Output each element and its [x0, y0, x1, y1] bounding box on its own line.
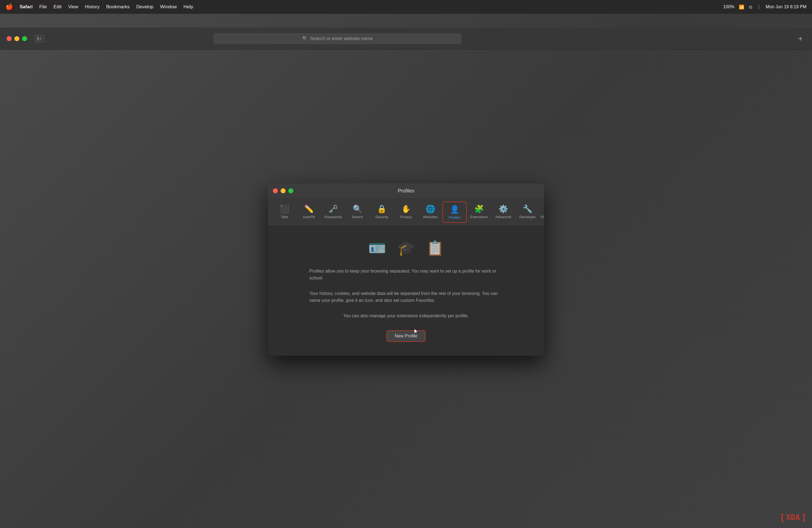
tab-developer-label: Developer	[519, 215, 536, 219]
tab-advanced[interactable]: ⚙️ Advanced	[491, 202, 516, 223]
advanced-icon: ⚙️	[498, 204, 508, 214]
menu-view[interactable]: View	[68, 4, 78, 10]
profile-icon-work: 📋	[426, 240, 444, 256]
dialog-traffic-lights	[273, 188, 293, 193]
tab-profiles[interactable]: 👤 Profiles	[443, 202, 467, 223]
tab-developer[interactable]: 🔧 Developer	[516, 202, 540, 223]
battery-status: 100%	[723, 4, 735, 10]
menu-history[interactable]: History	[85, 4, 100, 10]
profiles-desc-1: Profiles allow you to keep your browsing…	[309, 268, 503, 282]
tab-security[interactable]: 🔒 Security	[369, 202, 394, 223]
tab-privacy[interactable]: ✋ Privacy	[394, 202, 418, 223]
menu-safari[interactable]: Safari	[19, 4, 33, 10]
profiles-desc-3: You can also manage your extensions inde…	[343, 312, 469, 320]
tab-feature-flags[interactable]: 🚩 Feature Flags	[540, 202, 544, 223]
dialog-titlebar: Profiles	[268, 184, 544, 199]
airplay-icon: ⊙	[749, 4, 752, 10]
tab-passwords-label: Passwords	[324, 215, 342, 219]
dialog-toolbar: ⚙️ General ⬛ Tabs ✏️ AutoFill 🗝️ Passwor…	[268, 199, 544, 226]
wifi-icon: 📶	[739, 4, 744, 10]
profile-icon-education: 🎓	[397, 240, 415, 256]
tab-security-label: Security	[375, 215, 388, 219]
tab-general[interactable]: ⚙️ General	[268, 202, 272, 223]
menu-bookmarks[interactable]: Bookmarks	[106, 4, 130, 10]
tab-feature-flags-label: Feature Flags	[541, 215, 544, 219]
dialog-close-button[interactable]	[273, 188, 278, 193]
tab-search-label: Search	[352, 215, 363, 219]
tab-tabs[interactable]: ⬛ Tabs	[272, 202, 296, 223]
menu-edit[interactable]: Edit	[54, 4, 62, 10]
dialog-overlay: Profiles ⚙️ General ⬛ Tabs ✏️ AutoFill 🗝…	[0, 28, 812, 528]
menu-window[interactable]: Window	[160, 4, 177, 10]
autofill-icon: ✏️	[304, 204, 314, 214]
menu-file[interactable]: File	[39, 4, 47, 10]
developer-icon: 🔧	[523, 204, 533, 214]
menu-bar-left: 🍎 Safari File Edit View History Bookmark…	[5, 3, 193, 11]
tab-search[interactable]: 🔍 Search	[345, 202, 369, 223]
security-icon: 🔒	[377, 204, 387, 214]
tab-tabs-label: Tabs	[280, 215, 288, 219]
privacy-icon: ✋	[401, 204, 411, 214]
search-icon: 🔍	[353, 204, 362, 214]
tab-autofill-label: AutoFill	[303, 215, 315, 219]
tab-websites-label: Websites	[423, 215, 437, 219]
passwords-icon: 🗝️	[329, 204, 338, 214]
tab-privacy-label: Privacy	[400, 215, 412, 219]
dialog-minimize-button[interactable]	[280, 188, 286, 193]
profile-icon-person: 🪪	[368, 240, 386, 256]
datetime-display: Mon Jun 19 8:19 PM	[766, 4, 807, 10]
tab-passwords[interactable]: 🗝️ Passwords	[321, 202, 345, 223]
tabs-icon: ⬛	[280, 204, 289, 214]
tab-extensions[interactable]: 🧩 Extensions	[467, 202, 491, 223]
dialog-title: Profiles	[398, 188, 414, 194]
tab-advanced-label: Advanced	[495, 215, 511, 219]
menu-develop[interactable]: Develop	[136, 4, 153, 10]
preferences-dialog: Profiles ⚙️ General ⬛ Tabs ✏️ AutoFill 🗝…	[268, 184, 544, 356]
tab-extensions-label: Extensions	[470, 215, 488, 219]
xda-logo: [ XDA ]	[780, 512, 807, 523]
menu-bar: 🍎 Safari File Edit View History Bookmark…	[0, 0, 812, 14]
extensions-icon: 🧩	[474, 204, 484, 214]
tab-profiles-label: Profiles	[449, 216, 460, 220]
new-profile-button[interactable]: New Profile	[387, 330, 425, 342]
menu-bar-right: 100% 📶 ⊙ ⋮ Mon Jun 19 8:19 PM	[723, 4, 807, 10]
profile-icons-row: 🪪 🎓 📋	[368, 240, 444, 256]
profiles-icon: 👤	[450, 205, 460, 214]
dialog-content: 🪪 🎓 📋 Profiles allow you to keep your br…	[268, 226, 544, 356]
websites-icon: 🌐	[425, 204, 435, 214]
browser-background: 🔍 Search or enter website name + Profile…	[0, 14, 812, 528]
xda-bracket-right: ]	[801, 512, 807, 523]
xda-text: XDA	[786, 513, 800, 522]
menu-help[interactable]: Help	[184, 4, 193, 10]
profiles-desc-2: Your history, cookies, and website data …	[309, 290, 503, 304]
controlcenter-icon: ⋮	[757, 4, 761, 10]
apple-menu[interactable]: 🍎	[5, 3, 13, 11]
xda-bracket-left: [	[780, 512, 785, 523]
dialog-maximize-button[interactable]	[288, 188, 293, 193]
tab-websites[interactable]: 🌐 Websites	[418, 202, 443, 223]
tab-autofill[interactable]: ✏️ AutoFill	[296, 202, 321, 223]
